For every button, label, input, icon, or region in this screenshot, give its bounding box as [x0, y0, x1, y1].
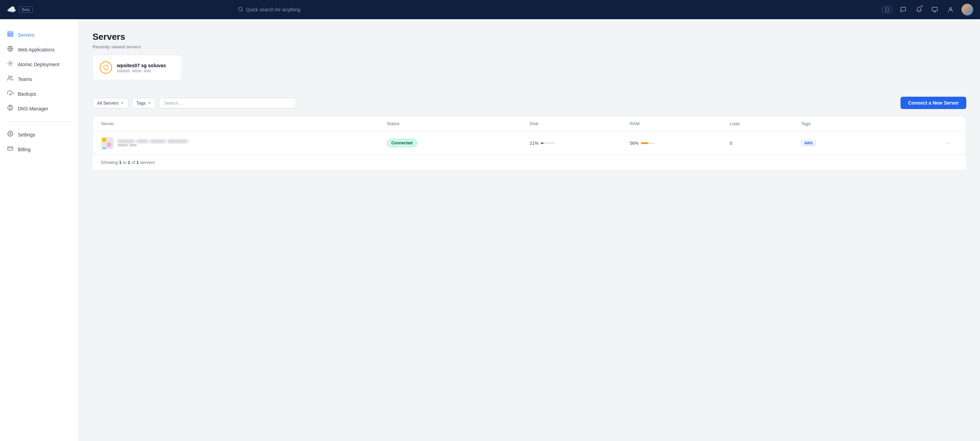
sidebar-item-web-applications[interactable]: Web Applications [0, 42, 78, 57]
svg-point-20 [950, 143, 950, 143]
atomic-deployment-icon [7, 60, 14, 68]
tags-chevron-icon: ▼ [148, 101, 151, 105]
svg-point-0 [239, 7, 242, 11]
avatar[interactable] [961, 4, 973, 16]
settings-icon [7, 131, 14, 139]
all-servers-dropdown[interactable]: All Servers ▼ [92, 98, 129, 109]
filter-bar: All Servers ▼ Tags ▼ Connect a New Serve… [92, 90, 966, 109]
recently-viewed-server-icon [100, 61, 112, 74]
col-ram: RAM [630, 121, 730, 126]
keyboard-shortcut[interactable] [882, 6, 892, 13]
main-content: Servers Recently viewed servers wpsites0… [79, 19, 980, 441]
recently-viewed-server-sub [117, 70, 166, 72]
thumb-block-1 [102, 138, 106, 142]
sidebar-item-atomic-deployment[interactable]: Atomic Deployment [0, 57, 78, 72]
more-actions-button[interactable] [944, 139, 952, 147]
thumb-block-2 [107, 138, 111, 142]
disk-progress-bar [541, 142, 554, 144]
col-disk: Disk [530, 121, 630, 126]
col-load: Load [730, 121, 801, 126]
col-status: Status [387, 121, 530, 126]
actions-cell [944, 139, 958, 147]
dns-manager-icon [7, 105, 14, 112]
sidebar-label-web-applications: Web Applications [18, 47, 54, 53]
server-search-input[interactable] [159, 98, 296, 109]
search-placeholder-text: Quick search for anything [246, 7, 301, 12]
billing-icon [7, 145, 14, 153]
sidebar-divider [7, 121, 72, 122]
table-footer: Showing 1 to 1 of 1 servers [92, 155, 966, 170]
rv-sub-block-2 [132, 70, 142, 72]
beta-badge[interactable]: Beta [19, 6, 33, 13]
cloud-icon: ☁️ [7, 5, 16, 14]
ram-cell: 56% [630, 141, 730, 146]
notification-dot [920, 5, 923, 8]
svg-point-5 [950, 8, 951, 10]
sidebar-label-atomic-deployment: Atomic Deployment [18, 62, 59, 67]
server-name-cell [101, 137, 387, 149]
topnav-right [882, 4, 973, 16]
svg-point-18 [946, 143, 947, 143]
sidebar-label-dns-manager: DNS Manager [18, 106, 48, 112]
sidebar-label-servers: Servers [18, 32, 34, 38]
sidebar-label-settings: Settings [18, 132, 35, 137]
page-title: Servers [92, 32, 966, 42]
table-row: Connected 21% 56% [93, 131, 966, 155]
servers-icon [7, 31, 14, 39]
sidebar-item-servers[interactable]: Servers [0, 27, 78, 42]
layout: Servers Web Applications Atomic Deployme… [0, 19, 980, 441]
user-settings-icon-btn[interactable] [946, 5, 955, 14]
web-applications-icon [7, 46, 14, 53]
recently-viewed-server-info: wpsites07 sg soluvas [117, 63, 166, 72]
tags-cell: AWS [801, 140, 944, 146]
messages-icon-btn[interactable] [899, 5, 908, 14]
svg-point-11 [10, 63, 11, 64]
disk-cell: 21% [530, 141, 630, 146]
sidebar-item-settings[interactable]: Settings [0, 127, 78, 142]
ram-percentage: 56% [630, 141, 639, 146]
sidebar-label-billing: Billing [18, 147, 30, 152]
sidebar-item-teams[interactable]: Teams [0, 72, 78, 86]
server-name-sub [118, 144, 188, 146]
all-servers-label: All Servers [97, 101, 119, 105]
aws-tag-badge[interactable]: AWS [801, 140, 816, 146]
sub-block-1 [118, 144, 128, 146]
svg-rect-7 [8, 34, 13, 35]
logo-area: ☁️ Beta [7, 5, 33, 14]
server-search-wrap [159, 98, 296, 109]
sidebar-item-dns-manager[interactable]: DNS Manager [0, 101, 78, 116]
thumb-block-4 [107, 143, 111, 147]
col-server: Server [101, 121, 387, 126]
blur-1 [118, 139, 135, 143]
recently-viewed-card[interactable]: wpsites07 sg soluvas [92, 55, 181, 80]
sidebar-label-backups: Backups [18, 91, 36, 97]
connect-new-server-button[interactable]: Connect a New Server [900, 97, 966, 109]
blur-2 [136, 139, 148, 143]
thumb-block-3 [102, 143, 106, 147]
pagination-to-label: to [122, 160, 128, 165]
thumb-block-6 [107, 147, 111, 149]
sidebar: Servers Web Applications Atomic Deployme… [0, 19, 79, 441]
ram-progress-fill [641, 142, 648, 144]
notifications-icon-btn[interactable] [914, 5, 924, 14]
status-cell: Connected [387, 139, 530, 147]
search-bar[interactable]: Quick search for anything [238, 6, 478, 13]
teams-icon [7, 75, 14, 83]
thumb-block-5 [102, 147, 106, 149]
table-header: Server Status Disk RAM Load Tags [93, 116, 966, 131]
sidebar-item-billing[interactable]: Billing [0, 142, 78, 157]
backups-icon [7, 90, 14, 98]
svg-rect-6 [8, 32, 13, 33]
col-actions [944, 121, 958, 126]
recently-viewed-server-name: wpsites07 sg soluvas [117, 63, 166, 68]
pagination-suffix: servers [139, 160, 154, 165]
sidebar-item-backups[interactable]: Backups [0, 86, 78, 101]
disk-progress-fill [541, 142, 544, 144]
tags-dropdown[interactable]: Tags ▼ [132, 98, 156, 109]
monitor-icon-btn[interactable] [930, 5, 940, 14]
rv-sub-block-1 [117, 70, 130, 72]
load-cell: 0 [730, 141, 801, 146]
pagination-of-label: of [130, 160, 136, 165]
search-icon [238, 6, 243, 13]
svg-rect-8 [8, 35, 13, 37]
